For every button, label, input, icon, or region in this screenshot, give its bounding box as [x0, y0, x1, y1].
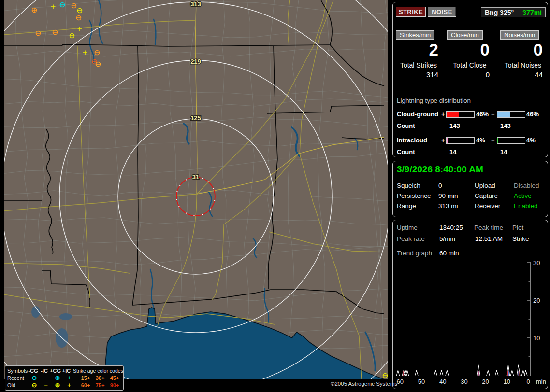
age-15-label: 15+ [79, 375, 92, 381]
squelch-value: 0 [438, 182, 442, 189]
svg-text:10: 10 [504, 378, 510, 385]
uptime-row: Uptime 1340:25 Peak time Plot [393, 224, 548, 233]
trend-graph-window: 60 min [439, 250, 459, 257]
capture-label: Capture [475, 192, 498, 199]
neg-ic-recent-icon: − [40, 375, 52, 381]
total-strikes-value: 314 [396, 70, 441, 79]
strike-toggle-button[interactable]: STRIKE [396, 7, 426, 17]
settings-row: Persistence 90 min Capture Active [393, 192, 548, 201]
bearing-readout: Bng 325° 377mi [481, 7, 546, 17]
persistence-value: 90 min [438, 192, 458, 199]
squelch-label: Squelch [397, 182, 420, 189]
age-60-label: 60+ [79, 382, 92, 388]
total-close-label: Total Close [447, 61, 492, 69]
svg-text:min: min [536, 378, 546, 385]
pos-ic-percent: 4% [476, 137, 485, 144]
svg-text:20: 20 [533, 297, 540, 304]
minus-sign: − [491, 111, 495, 118]
legend-header-row: Symbols -CG -IC +CG +IC Strike age color… [7, 367, 121, 374]
peak-time-value: 12:51 AM [475, 235, 503, 242]
close-counter-column: Close/min 0 Total Close 0 [447, 30, 492, 79]
neg-cg-percent: 46% [526, 111, 539, 118]
strike-map[interactable]: 313 219 125 31 [4, 0, 388, 379]
datetime-divider [396, 180, 544, 180]
svg-text:30: 30 [461, 378, 467, 385]
plus-sign: + [441, 137, 445, 144]
upload-status: Disabled [514, 182, 539, 189]
neg-ic-percent: 4% [526, 137, 536, 144]
strikes-counter-column: Strikes/min 2 Total Strikes 314 [396, 30, 441, 79]
neg-cg-count: 143 [500, 122, 511, 129]
receiver-label: Receiver [475, 202, 500, 210]
cloud-ground-row: Cloud-ground + 46% − 46% [393, 111, 548, 118]
noises-counter-column: Noises/min 0 Total Noises 44 [500, 30, 546, 79]
peak-rate-row: Peak rate 5/min 12:51 AM Strike [393, 235, 548, 244]
uptime-label: Uptime [397, 224, 418, 231]
persistence-label: Persistence [397, 192, 431, 199]
legend-recent-label: Recent [7, 375, 29, 381]
svg-text:30: 30 [533, 260, 540, 266]
age-75-label: 75+ [93, 382, 107, 388]
trend-graph-row: Trend graph 60 min [393, 250, 548, 258]
trend-graph: 1020306050403020100min [394, 260, 548, 388]
pos-ic-bar [446, 137, 475, 144]
age-30-label: 30+ [93, 375, 107, 381]
intracloud-label: Intracloud [397, 137, 427, 144]
map-canvas: 313 219 125 31 [4, 0, 388, 379]
pos-cg-count: 143 [449, 122, 460, 129]
legend-col-neg-cg: -CG [28, 368, 39, 374]
pos-cg-percent: 46% [476, 111, 489, 118]
trend-graph-label: Trend graph [397, 250, 432, 257]
total-noises-value: 44 [500, 70, 546, 79]
strikes-per-min-chip: Strikes/min [396, 30, 434, 40]
upload-label: Upload [475, 182, 495, 189]
svg-text:50: 50 [418, 378, 425, 385]
svg-text:60: 60 [397, 378, 404, 385]
map-legend: Symbols -CG -IC +CG +IC Strike age color… [5, 365, 124, 391]
capture-status: Active [514, 192, 532, 199]
strikes-per-min-value: 2 [396, 41, 441, 59]
bearing-label: Bng 325° [485, 9, 514, 16]
neg-cg-bar [497, 111, 525, 118]
svg-text:20: 20 [482, 378, 489, 385]
neg-ic-count: 14 [500, 148, 507, 155]
noises-per-min-value: 0 [500, 41, 546, 59]
minus-sign: − [491, 137, 495, 144]
total-close-value: 0 [447, 70, 492, 79]
legend-col-pos-cg: +CG [50, 368, 61, 374]
current-datetime: 3/9/2026 8:40:00 AM [397, 164, 483, 175]
legend-col-pos-ic: +IC [61, 368, 72, 374]
plus-sign: + [441, 111, 445, 118]
range-value: 313 mi [438, 202, 458, 210]
neg-cg-old-icon: ⊖ [29, 382, 40, 388]
settings-row: Range 313 mi Receiver Enabled [393, 202, 548, 211]
ring-label-219: 219 [190, 58, 201, 65]
range-label: Range [397, 202, 416, 210]
stats-panel: STRIKE NOISE Bng 325° 377mi Strikes/min … [392, 2, 548, 157]
pos-ic-old-icon: + [63, 382, 75, 388]
cloud-ground-label: Cloud-ground [397, 111, 438, 118]
intracloud-count-row: Count 14 14 [393, 148, 548, 155]
count-label: Count [397, 122, 415, 129]
pos-ic-recent-icon: + [63, 375, 75, 381]
ring-label-125: 125 [190, 114, 201, 122]
ring-label-31: 31 [192, 173, 199, 181]
legend-old-label: Old [7, 382, 29, 388]
ring-label-313: 313 [190, 0, 201, 8]
noises-per-min-chip: Noises/min [500, 30, 539, 40]
plot-value: Strike [512, 235, 529, 242]
pos-cg-bar [446, 111, 475, 118]
strike-symbol [32, 8, 37, 13]
close-per-min-chip: Close/min [447, 30, 483, 40]
peak-rate-label: Peak rate [397, 235, 425, 242]
bearing-distance: 377mi [522, 9, 542, 16]
copyright-text: ©2005 Astrogenic Systems [331, 381, 397, 387]
settings-row: Squelch 0 Upload Disabled [393, 182, 548, 191]
legend-col-neg-ic: -IC [39, 368, 50, 374]
close-per-min-value: 0 [447, 41, 492, 59]
neg-ic-old-icon: − [40, 382, 52, 388]
pos-cg-old-icon: ⊕ [52, 382, 63, 388]
noise-toggle-button[interactable]: NOISE [428, 7, 456, 17]
total-noises-label: Total Noises [500, 61, 546, 69]
neg-cg-recent-icon: ⊖ [29, 375, 40, 381]
